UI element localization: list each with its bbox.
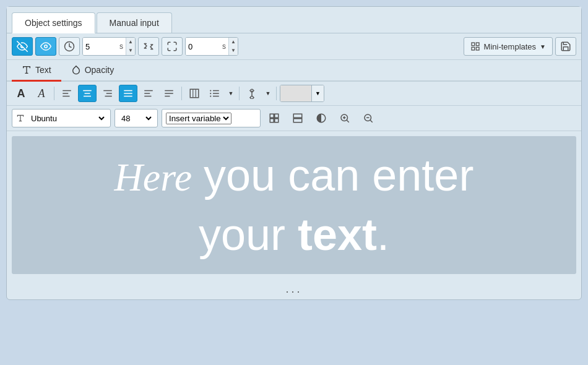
grid-icon2-button[interactable] [288, 109, 308, 127]
mini-templates-label: Mini-templates [484, 42, 537, 51]
font-type-icon [16, 114, 25, 122]
duration-spinner: ▲ ▼ [126, 38, 135, 55]
preview-line1: Here you can enter [115, 148, 474, 202]
align-left2-button[interactable] [139, 85, 158, 102]
spacing-button[interactable] [243, 85, 261, 102]
tab-manual-input[interactable]: Manual input [97, 12, 172, 33]
bold-a-label: A [17, 87, 25, 100]
save-button[interactable] [555, 37, 576, 56]
sub-tab-text[interactable]: Text [12, 60, 61, 82]
svg-rect-4 [472, 47, 475, 50]
duration-down[interactable]: ▼ [126, 46, 135, 55]
main-container: Object settings Manual input 5 s [6, 6, 582, 300]
eye-closed-button[interactable] [12, 37, 33, 56]
zoom-out-button[interactable] [358, 109, 378, 127]
align-left2-icon [143, 88, 154, 99]
svg-rect-34 [270, 119, 274, 122]
expand-icon [166, 41, 178, 52]
delay-unit: s [220, 42, 228, 51]
svg-rect-2 [472, 43, 475, 46]
svg-rect-32 [270, 114, 274, 118]
svg-point-0 [45, 45, 48, 48]
delay-input[interactable]: 0 [186, 38, 220, 55]
variable-selector[interactable]: Insert variable [162, 109, 261, 127]
duration-up[interactable]: ▲ [126, 38, 135, 46]
resize-button[interactable] [185, 85, 204, 102]
mini-templates-arrow: ▼ [540, 43, 546, 50]
align-left-icon [61, 88, 72, 99]
align-right-button[interactable] [98, 85, 117, 102]
color-arrow: ▼ [311, 85, 324, 101]
expand-icon-btn[interactable] [162, 37, 183, 56]
zoom-in-icon [339, 113, 350, 124]
ellipsis-text: ... [285, 283, 302, 295]
sub-tab-text-label: Text [35, 65, 51, 75]
align-justify2-icon [163, 88, 175, 99]
font-select-input[interactable]: Ubuntu Arial Georgia [28, 113, 106, 124]
preview-normal-you: you can enter [204, 150, 473, 200]
eye-closed-icon [17, 41, 28, 52]
clock-button[interactable] [59, 37, 80, 56]
svg-line-44 [370, 120, 373, 122]
ellipsis-row: ... [7, 279, 581, 299]
preview-text: Here you can enter your text. [102, 136, 486, 274]
sep2 [181, 87, 182, 100]
tab-bar: Object settings Manual input [7, 7, 581, 33]
duration-input[interactable]: 5 [83, 38, 117, 55]
preview-line2: your text. [115, 208, 474, 261]
transition-button[interactable] [138, 37, 159, 56]
align-right-icon [102, 88, 113, 99]
toolbar-row1: 5 s ▲ ▼ 0 s ▲ ▼ [7, 33, 581, 60]
align-justify-button[interactable] [119, 85, 137, 102]
clock-icon [64, 41, 75, 52]
svg-point-29 [210, 93, 211, 94]
grid1-icon [269, 113, 280, 124]
preview-italic-here: Here [115, 155, 192, 199]
sub-tab-opacity[interactable]: Opacity [61, 60, 124, 82]
bold-button[interactable]: A [12, 85, 30, 102]
delay-up[interactable]: ▲ [229, 38, 238, 46]
color-picker-button[interactable]: ▼ [280, 85, 324, 102]
align-justify-icon [123, 88, 134, 99]
spacing-arrow-button[interactable]: ▼ [263, 85, 273, 102]
toolbar-row2: A A [7, 82, 581, 106]
svg-rect-33 [275, 114, 279, 118]
eye-open-button[interactable] [35, 37, 56, 56]
contrast-icon [316, 113, 327, 124]
grid-icon1-button[interactable] [264, 109, 284, 127]
contrast-button[interactable] [311, 109, 331, 127]
duration-input-group: 5 s ▲ ▼ [82, 37, 136, 56]
list-button[interactable] [205, 85, 224, 102]
variable-select-input[interactable]: Insert variable [166, 113, 231, 124]
font-selector[interactable]: Ubuntu Arial Georgia [12, 109, 111, 127]
mini-templates-button[interactable]: Mini-templates ▼ [464, 37, 553, 56]
eye-open-icon [40, 41, 51, 52]
svg-rect-35 [275, 119, 279, 122]
zoom-in-button[interactable] [335, 109, 355, 127]
size-select-input[interactable]: 48 12 24 36 72 [119, 113, 153, 124]
align-left-button[interactable] [58, 85, 76, 102]
preview-area: Here you can enter your text. [12, 136, 576, 274]
svg-point-28 [210, 90, 211, 91]
list-arrow-button[interactable]: ▼ [226, 85, 236, 102]
sep1 [54, 87, 54, 100]
svg-point-30 [210, 95, 211, 97]
tab-object-settings[interactable]: Object settings [12, 12, 95, 33]
delay-down[interactable]: ▼ [229, 46, 238, 55]
italic-a-label: A [38, 87, 45, 100]
svg-rect-36 [293, 114, 302, 118]
svg-rect-24 [190, 89, 199, 98]
delay-input-group: 0 s ▲ ▼ [185, 37, 238, 56]
svg-line-40 [347, 120, 349, 122]
sep4 [276, 87, 277, 100]
size-selector[interactable]: 48 12 24 36 72 [115, 109, 158, 127]
color-swatch [280, 85, 311, 101]
toolbar-row3: Ubuntu Arial Georgia 48 12 24 36 72 Inse… [7, 106, 581, 131]
align-center-button[interactable] [78, 85, 97, 102]
text-icon [22, 65, 32, 75]
list-icon [209, 88, 220, 99]
align-justify2-button[interactable] [160, 85, 178, 102]
svg-rect-5 [476, 47, 479, 50]
italic-button[interactable]: A [32, 85, 51, 102]
save-icon [560, 41, 571, 52]
